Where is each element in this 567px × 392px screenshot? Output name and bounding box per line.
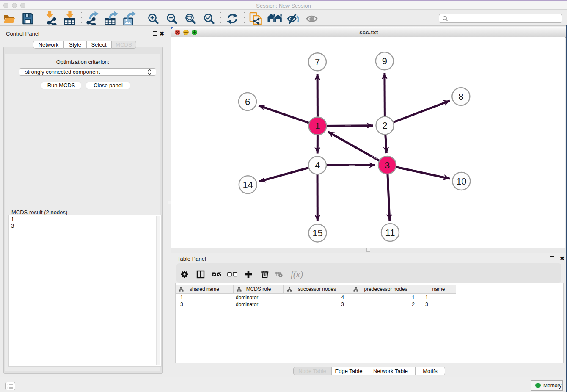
svg-text:6: 6	[245, 97, 250, 107]
svg-text:15: 15	[312, 228, 322, 238]
svg-text:9: 9	[382, 56, 387, 66]
svg-text:10: 10	[456, 176, 466, 187]
svg-text:1: 1	[315, 121, 320, 131]
svg-text:8: 8	[458, 91, 463, 102]
svg-text:14: 14	[243, 179, 253, 190]
svg-text:f(x): f(x)	[291, 269, 303, 279]
svg-text:3: 3	[385, 160, 390, 171]
svg-text:7: 7	[315, 57, 320, 67]
svg-text:11: 11	[385, 227, 395, 238]
svg-text:2: 2	[382, 120, 387, 131]
svg-text:4: 4	[315, 160, 320, 171]
